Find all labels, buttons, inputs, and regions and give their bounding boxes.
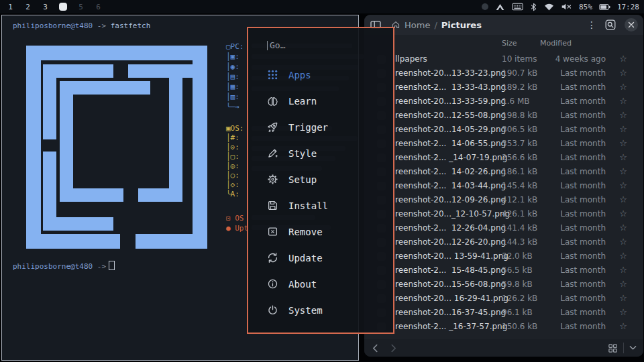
bluetooth-icon[interactable] [530, 3, 537, 11]
workspace-2[interactable]: 2 [24, 3, 32, 11]
table-row[interactable]: reenshot-20... 13-59-41.png32.0 kBLast m… [364, 249, 643, 263]
file-modified: Last month [560, 68, 606, 78]
file-name: reenshot-20...13-33-59.png [395, 97, 506, 106]
star-icon[interactable]: ☆ [619, 223, 627, 233]
command-text: fastfetch [111, 21, 151, 30]
breadcrumb-home[interactable]: Home [405, 20, 430, 30]
table-row[interactable]: reenshot-2... 13-33-43.png189.2 kBLast m… [364, 80, 643, 95]
workspace-5[interactable]: 5 [77, 3, 85, 11]
table-row[interactable]: reenshot-2... 12-26-04.png141.4 kBLast m… [364, 221, 643, 235]
column-header-modified[interactable]: Modified [540, 39, 572, 48]
table-row[interactable]: reenshot-20...13-33-59.png1.6 MBLast mon… [364, 95, 643, 109]
menu-item-remove[interactable]: Remove [248, 219, 393, 245]
file-modified: Last month [560, 308, 606, 317]
file-name: reenshot-2... _16-37-57.png [395, 322, 507, 331]
file-size: 426.1 kB [502, 209, 537, 219]
star-icon[interactable]: ☆ [619, 68, 627, 78]
star-icon[interactable]: ☆ [619, 195, 627, 204]
battery-icon[interactable] [599, 3, 610, 11]
tray-app-icon[interactable] [482, 3, 488, 10]
kebab-menu-icon[interactable]: ⋮ [587, 19, 596, 30]
star-icon[interactable]: ☆ [619, 139, 627, 148]
star-icon[interactable]: ☆ [619, 82, 627, 92]
table-row[interactable]: reenshot-20...16-37-45.png96.1 kBLast mo… [364, 306, 643, 320]
star-icon[interactable]: ☆ [619, 237, 627, 247]
table-row[interactable]: reenshot-2... 14-06-55.png353.7 kBLast m… [364, 137, 643, 151]
table-row[interactable]: reenshot-2... 14-03-44.png145.4 kBLast m… [364, 179, 643, 193]
breadcrumb-current[interactable]: Pictures [441, 20, 482, 30]
star-icon[interactable]: ☆ [619, 251, 627, 261]
forward-button[interactable] [390, 344, 396, 353]
workspace-6[interactable]: 6 [95, 3, 102, 11]
file-modified: Last month [560, 209, 606, 219]
menu-item-style[interactable]: Style [248, 140, 393, 166]
star-icon[interactable]: ☆ [619, 111, 627, 120]
table-row[interactable]: reenshot-20...15-56-08.png59.8 kBLast mo… [364, 278, 643, 292]
star-icon[interactable]: ☆ [619, 167, 627, 176]
divider [623, 343, 624, 353]
menu-item-update[interactable]: Update [248, 245, 393, 271]
back-button[interactable] [372, 344, 378, 353]
star-icon[interactable]: ☆ [619, 322, 627, 331]
file-name: reenshot-20... 16-29-41.png [395, 294, 508, 303]
table-row[interactable]: reenshot-20...12-09-26.png412.1 kBLast m… [364, 193, 643, 207]
wifi-icon[interactable] [544, 3, 554, 11]
file-modified: Last month [560, 82, 606, 92]
table-row[interactable]: reenshot-20..._12-10-57.png426.1 kBLast … [364, 207, 643, 221]
file-modified: Last month [560, 153, 606, 162]
table-row[interactable]: reenshot-20... 16-29-41.png126.2 kBLast … [364, 292, 643, 306]
table-row[interactable]: reenshot-20...13-33-23.png190.7 kBLast m… [364, 66, 643, 80]
file-modified: Last month [560, 195, 606, 204]
table-row[interactable]: llpapers10 items4 weeks ago☆ [364, 52, 643, 66]
file-name: llpapers [395, 54, 427, 64]
file-modified: Last month [560, 280, 606, 289]
menu-item-setup[interactable]: Setup [248, 166, 393, 192]
file-modified: Last month [560, 322, 606, 331]
search-icon[interactable] [604, 19, 616, 31]
star-icon[interactable]: ☆ [619, 125, 627, 134]
star-icon[interactable]: ☆ [619, 280, 627, 289]
file-size: 145.4 kB [502, 181, 537, 190]
grid-view-icon[interactable] [608, 343, 618, 353]
file-size: 32.0 kB [502, 251, 533, 261]
menu-item-label: About [288, 279, 317, 290]
workspace-3[interactable]: 3 [42, 3, 49, 11]
table-row[interactable]: reenshot-20...12-55-08.png198.8 kBLast m… [364, 109, 643, 123]
star-icon[interactable]: ☆ [619, 265, 627, 275]
chevron-down-icon[interactable] [629, 345, 637, 351]
menu-item-about[interactable]: About [248, 271, 393, 297]
brain-icon [267, 95, 278, 107]
star-icon[interactable]: ☆ [619, 97, 627, 106]
file-size: 96.1 kB [502, 308, 533, 317]
workspace-1[interactable]: 1 [7, 3, 14, 11]
search-input[interactable]: Go… [267, 40, 393, 50]
column-header-size[interactable]: Size [502, 39, 517, 48]
table-row[interactable]: reenshot-2... _14-07-19.png256.6 kBLast … [364, 151, 643, 165]
star-icon[interactable]: ☆ [619, 54, 627, 64]
close-button[interactable] [625, 18, 638, 32]
keyboard-icon[interactable] [512, 3, 523, 11]
table-row[interactable]: reenshot-20...12-26-20.png144.3 kBLast m… [364, 235, 643, 249]
table-row[interactable]: reenshot-2... 14-02-26.png186.1 kBLast m… [364, 165, 643, 179]
file-name: reenshot-20... 13-59-41.png [395, 251, 508, 261]
menu-item-trigger[interactable]: Trigger [248, 114, 393, 140]
file-name: reenshot-2... 14-03-44.png [395, 181, 506, 190]
menu-item-apps[interactable]: Apps [248, 62, 393, 88]
star-icon[interactable]: ☆ [619, 153, 627, 162]
menu-item-install[interactable]: Install [248, 192, 393, 219]
workspace-4-active[interactable] [59, 3, 67, 11]
volume-muted-icon[interactable] [561, 3, 572, 11]
star-icon[interactable]: ☆ [619, 308, 627, 317]
table-row[interactable]: reenshot-2... _16-37-57.png150.6 kBLast … [364, 320, 643, 334]
terminal-prompt-line: philiposborne@t480 -> [13, 261, 115, 271]
star-icon[interactable]: ☆ [619, 181, 627, 190]
star-icon[interactable]: ☆ [619, 294, 627, 303]
table-row[interactable]: reenshot-20...14-05-29.png306.5 kBLast m… [364, 123, 643, 137]
caret-icon[interactable] [495, 3, 505, 11]
table-row[interactable]: reenshot-2... 15-48-45.png56.5 kBLast mo… [364, 263, 643, 278]
fastfetch-pc-block: ▢PC: │▣: │◉: │▤: │▦: │▥: ╰─→ [226, 42, 244, 112]
star-icon[interactable]: ☆ [619, 209, 627, 219]
menu-item-label: Trigger [288, 122, 328, 133]
menu-item-system[interactable]: System [248, 297, 393, 323]
menu-item-learn[interactable]: Learn [248, 88, 393, 114]
